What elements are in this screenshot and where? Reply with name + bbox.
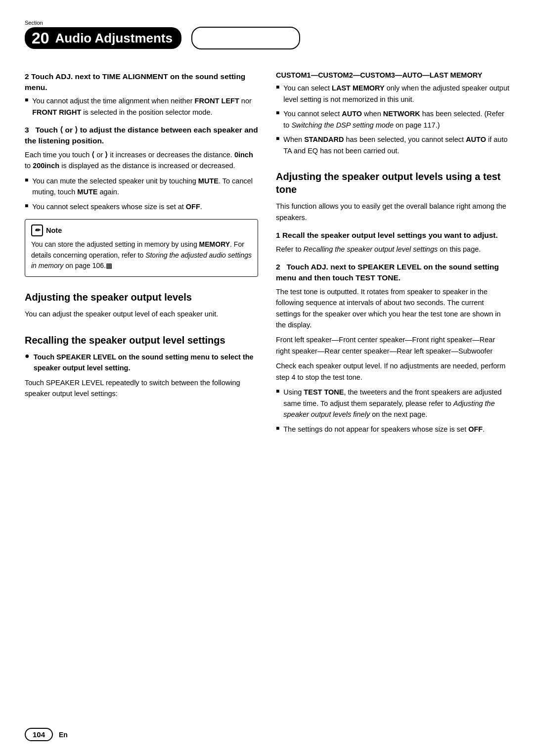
testtone-step1-heading: 1 Recall the speaker output level settin… — [276, 230, 509, 241]
section-number: 20 — [32, 30, 49, 46]
step3-bullet-1: ■ You can mute the selected speaker unit… — [25, 176, 258, 198]
bullet-icon: ■ — [25, 96, 28, 104]
custom-bullet-3-text: When STANDARD has been selected, you can… — [283, 134, 509, 156]
testtone-bullet-2-text: The settings do not appear for speakers … — [283, 424, 509, 435]
step2-bullet-1: ■ You cannot adjust the time alignment w… — [25, 95, 258, 118]
section-title: Audio Adjustments — [55, 32, 173, 44]
right-column: CUSTOM1—CUSTOM2—CUSTOM3—AUTO—LAST MEMORY… — [276, 64, 509, 438]
step3-heading: 3 Touch ⟨ or ⟩ to adjust the distance be… — [25, 125, 258, 146]
footer-lang: En — [59, 731, 68, 739]
custom-bullet-1: ■ You can select LAST MEMORY only when t… — [276, 83, 509, 105]
footer: 104 En — [25, 728, 509, 741]
step3-bullet-2: ■ You cannot select speakers whose size … — [25, 201, 258, 212]
custom-bullet-2-text: You cannot select AUTO when NETWORK has … — [283, 108, 509, 131]
bullet-icon: ■ — [25, 177, 28, 184]
step2-time-alignment-heading: 2 Touch ADJ. next to TIME ALIGNMENT on t… — [25, 71, 258, 92]
note-label: Note — [46, 226, 62, 234]
bullet-icon: ■ — [276, 84, 279, 91]
bullet-icon: ■ — [276, 135, 279, 142]
output-levels-body: You can adjust the speaker output level … — [25, 309, 258, 319]
bullet-circle-icon: ● — [25, 352, 30, 360]
header-box — [191, 27, 300, 49]
custom-bullet-1-text: You can select LAST MEMORY only when the… — [283, 83, 509, 105]
page-header: 20 Audio Adjustments — [25, 27, 509, 49]
bullet-icon: ■ — [276, 388, 279, 395]
testtone-step2-body3: Check each speaker output level. If no a… — [276, 360, 509, 383]
recalling-body: Touch SPEAKER LEVEL repeatedly to switch… — [25, 377, 258, 400]
testtone-step2-heading: 2 Touch ADJ. next to SPEAKER LEVEL on th… — [276, 262, 509, 283]
testtone-step2-body1: The test tone is outputted. It rotates f… — [276, 286, 509, 331]
note-text: You can store the adjusted setting in me… — [31, 239, 252, 271]
step3-body: Each time you touch ⟨ or ⟩ it increases … — [25, 149, 258, 172]
recalling-h3: Touch SPEAKER LEVEL on the sound setting… — [34, 352, 258, 374]
note-icon: ✏ — [31, 224, 43, 236]
bullet-icon: ■ — [25, 202, 28, 210]
step2-bullet-text: You cannot adjust the time alignment whe… — [32, 95, 258, 118]
step3-bullet-mute: You can mute the selected speaker unit b… — [32, 176, 258, 198]
custom-bullet-2: ■ You cannot select AUTO when NETWORK ha… — [276, 108, 509, 131]
testtone-bullet-2: ■ The settings do not appear for speaker… — [276, 424, 509, 435]
left-column: 2 Touch ADJ. next to TIME ALIGNMENT on t… — [25, 64, 258, 438]
bullet-icon: ■ — [276, 425, 279, 432]
section-badge: 20 Audio Adjustments — [25, 27, 181, 49]
page-number: 104 — [25, 728, 53, 741]
testtone-bullet-1-text: Using TEST TONE, the tweeters and the fr… — [283, 387, 509, 420]
bullet-icon: ■ — [276, 109, 279, 117]
page-content: 2 Touch ADJ. next to TIME ALIGNMENT on t… — [25, 64, 509, 438]
testtone-bullet-1: ■ Using TEST TONE, the tweeters and the … — [276, 387, 509, 420]
h2-recalling: Recalling the speaker output level setti… — [25, 334, 258, 347]
testtone-step2-body2: Front left speaker—Front center speaker—… — [276, 334, 509, 356]
testtone-step1-body: Refer to Recalling the speaker output le… — [276, 244, 509, 255]
section-label: Section — [25, 20, 509, 26]
step3-bullet-off: You cannot select speakers whose size is… — [32, 201, 258, 212]
note-box: ✏ Note You can store the adjusted settin… — [25, 219, 258, 277]
custom-bullet-3: ■ When STANDARD has been selected, you c… — [276, 134, 509, 156]
test-tone-intro: This function allows you to easily get t… — [276, 201, 509, 223]
note-header: ✏ Note — [31, 224, 252, 236]
h2-output-levels: Adjusting the speaker output levels — [25, 291, 258, 304]
recalling-bullet-heading: ● Touch SPEAKER LEVEL on the sound setti… — [25, 352, 258, 374]
h2-test-tone: Adjusting the speaker output levels usin… — [276, 170, 509, 196]
custom-heading: CUSTOM1—CUSTOM2—CUSTOM3—AUTO—LAST MEMORY — [276, 70, 509, 80]
